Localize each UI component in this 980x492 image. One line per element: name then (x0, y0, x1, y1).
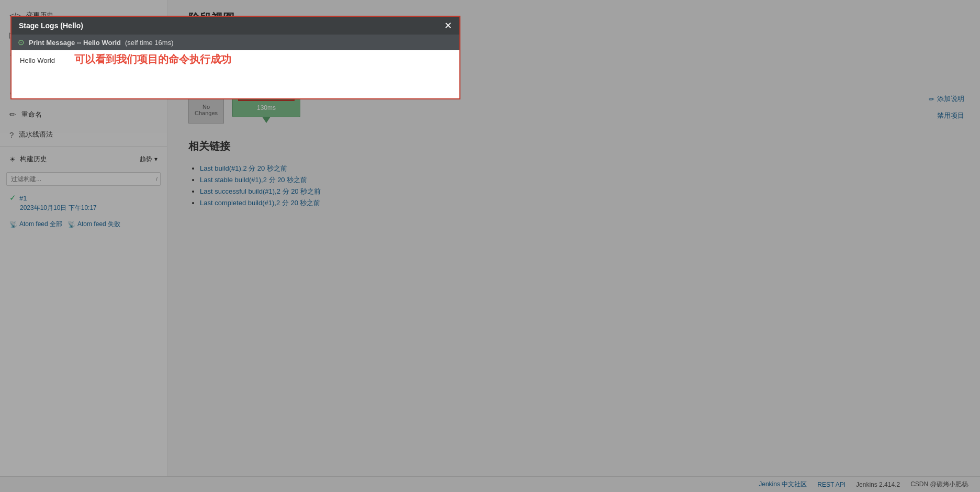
step-success-icon: ⊙ (18, 38, 25, 47)
modal-output-area: Hello World 可以看到我们项目的命令执行成功 (12, 50, 459, 71)
modal-overlay: Stage Logs (Hello) ✕ ⊙ Print Message -- … (0, 0, 980, 492)
step-time-info: (self time 16ms) (125, 39, 173, 47)
step-label: Print Message -- Hello World (29, 39, 121, 47)
modal-title: Stage Logs (Hello) (19, 21, 83, 30)
annotation-text: 可以看到我们项目的命令执行成功 (74, 52, 231, 66)
modal-step-bar: ⊙ Print Message -- Hello World (self tim… (12, 35, 459, 50)
stage-logs-modal: Stage Logs (Hello) ✕ ⊙ Print Message -- … (10, 16, 460, 99)
modal-header: Stage Logs (Hello) ✕ (12, 17, 459, 35)
hello-world-output: Hello World (20, 57, 55, 64)
modal-close-button[interactable]: ✕ (444, 21, 452, 30)
